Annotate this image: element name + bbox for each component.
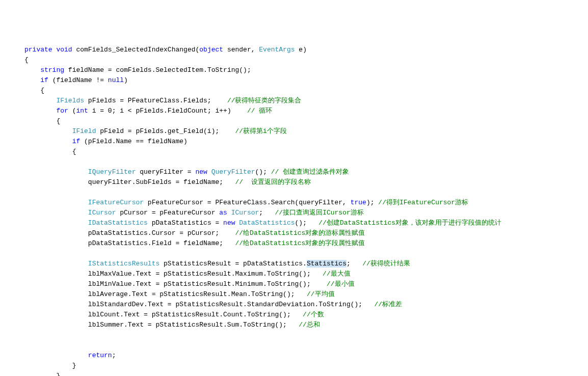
code-line: IStatisticsResults pStatisticsResult = p…	[24, 260, 410, 267]
code-line: IFields pFields = PFeatureClass.Fields; …	[24, 97, 302, 104]
code-line: queryFilter.SubFields = fieldName; // 设置…	[24, 178, 311, 186]
code-line: IDataStatistics pDataStatistics = new Da…	[24, 219, 501, 227]
code-line: {	[24, 117, 60, 125]
code-line: if (pField.Name == fieldName)	[24, 138, 188, 145]
code-line	[24, 250, 29, 257]
code-line: {	[24, 56, 29, 64]
code-line: {	[24, 87, 44, 94]
code-line	[24, 341, 29, 349]
code-line: for (int i = 0; i < pFields.FieldCount; …	[24, 107, 272, 115]
code-line	[24, 189, 29, 196]
code-line: ICursor pCursor = pFeatureCursor as ICur…	[24, 209, 364, 217]
code-line: }	[24, 372, 60, 376]
code-line: string fieldName = comFields.SelectedIte…	[24, 66, 251, 74]
code-line: }	[24, 362, 76, 369]
code-line: pDataStatistics.Cursor = pCursor; //给Dat…	[24, 229, 365, 237]
code-line: lblStandardDev.Text = pStatisticsResult.…	[24, 301, 402, 308]
code-line	[24, 331, 29, 339]
code-line: IField pField = pFields.get_Field(i); //…	[24, 127, 287, 135]
code-editor: private void comFields_SelectedIndexChan…	[0, 45, 588, 376]
code-line: pDataStatistics.Field = fieldName; //给Da…	[24, 239, 365, 247]
code-line	[24, 158, 29, 166]
code-line: lblMinValue.Text = pStatisticsResult.Min…	[24, 280, 355, 288]
code-line: lblMaxValue.Text = pStatisticsResult.Max…	[24, 270, 351, 278]
code-line: if (fieldName != null)	[24, 76, 128, 84]
code-line: lblSummer.Text = pStatisticsResult.Sum.T…	[24, 321, 320, 329]
code-line: lblCount.Text = pStatisticsResult.Count.…	[24, 311, 324, 318]
code-line: IFeatureCursor pFeatureCursor = PFeature…	[24, 199, 468, 206]
code-line: IQueryFilter queryFilter = new QueryFilt…	[24, 168, 349, 176]
code-line: return;	[24, 352, 116, 359]
selected-text: Statistics	[307, 260, 346, 267]
code-line: private void comFields_SelectedIndexChan…	[24, 46, 307, 53]
code-line: {	[24, 148, 76, 155]
code-line: lblAverage.Text = pStatisticsResult.Mean…	[24, 290, 335, 298]
